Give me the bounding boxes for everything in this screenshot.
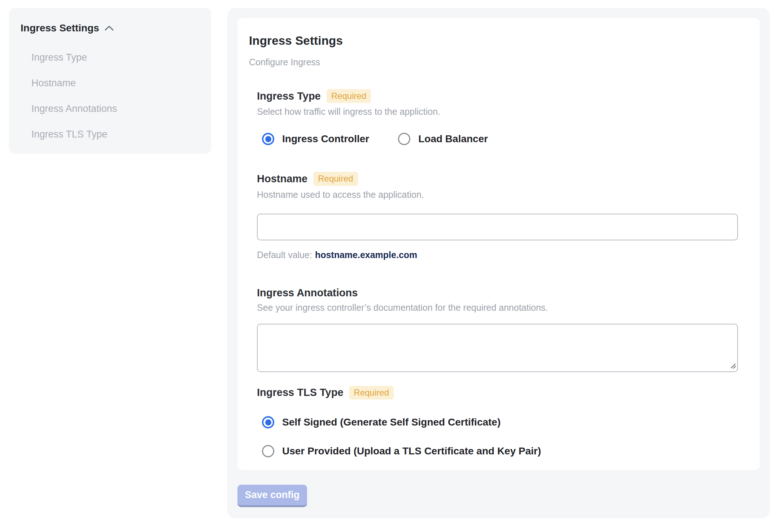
save-config-button[interactable]: Save config — [237, 485, 307, 507]
radio-label[interactable]: Self Signed (Generate Self Signed Certif… — [282, 417, 501, 428]
radio-selected-icon[interactable] — [262, 416, 274, 428]
hostname-label: Hostname — [257, 173, 307, 185]
ingress-tls-type-options: Self Signed (Generate Self Signed Certif… — [262, 416, 738, 457]
ingress-settings-card: Ingress Settings Configure Ingress Ingre… — [237, 18, 760, 470]
radio-option-user-provided[interactable]: User Provided (Upload a TLS Certificate … — [262, 445, 738, 457]
default-value: hostname.example.com — [315, 250, 417, 260]
ingress-annotations-label: Ingress Annotations — [257, 287, 358, 299]
radio-label[interactable]: User Provided (Upload a TLS Certificate … — [282, 445, 541, 457]
ingress-type-label: Ingress Type — [257, 90, 321, 102]
textarea-resize-handle[interactable] — [730, 362, 736, 370]
hostname-default-line: Default value:hostname.example.com — [257, 250, 738, 260]
hostname-input[interactable] — [257, 214, 738, 240]
sidebar-items: Ingress Type Hostname Ingress Annotation… — [21, 45, 200, 147]
required-badge: Required — [327, 89, 371, 103]
ingress-settings-panel: Ingress Settings Configure Ingress Ingre… — [227, 8, 770, 518]
default-value-label: Default value: — [257, 250, 312, 260]
radio-unselected-icon[interactable] — [262, 445, 274, 457]
radio-option-ingress-controller[interactable]: Ingress Controller — [262, 133, 369, 145]
section-ingress-type: Ingress Type Required Select how traffic… — [257, 89, 738, 145]
radio-selected-icon[interactable] — [262, 133, 274, 145]
sidebar-item-ingress-annotations[interactable]: Ingress Annotations — [21, 96, 200, 122]
ingress-annotations-textarea[interactable] — [257, 324, 738, 372]
sidebar-item-ingress-tls-type[interactable]: Ingress TLS Type — [21, 122, 200, 147]
section-hostname: Hostname Required Hostname used to acces… — [257, 172, 738, 260]
settings-nav-sidebar: Ingress Settings Ingress Type Hostname I… — [9, 8, 211, 154]
radio-unselected-icon[interactable] — [398, 133, 410, 145]
chevron-up-icon — [104, 25, 114, 32]
radio-label[interactable]: Ingress Controller — [282, 133, 369, 145]
sidebar-section-title: Ingress Settings — [21, 22, 99, 34]
required-badge: Required — [313, 172, 358, 186]
section-ingress-annotations: Ingress Annotations See your ingress con… — [257, 287, 738, 372]
required-badge: Required — [349, 386, 394, 400]
sidebar-item-ingress-type[interactable]: Ingress Type — [21, 45, 200, 70]
ingress-annotations-description: See your ingress controller’s documentat… — [257, 302, 738, 313]
section-ingress-tls-type: Ingress TLS Type Required Self Signed (G… — [257, 386, 738, 457]
sidebar-item-hostname[interactable]: Hostname — [21, 70, 200, 96]
ingress-type-options: Ingress Controller Load Balancer — [262, 133, 738, 145]
ingress-type-description: Select how traffic will ingress to the a… — [257, 106, 738, 117]
page-title: Ingress Settings — [249, 34, 738, 48]
radio-option-load-balancer[interactable]: Load Balancer — [398, 133, 488, 145]
ingress-tls-type-label: Ingress TLS Type — [257, 387, 344, 398]
sidebar-section-ingress-settings[interactable]: Ingress Settings — [21, 21, 200, 35]
form-sections: Ingress Type Required Select how traffic… — [257, 89, 738, 457]
radio-option-self-signed[interactable]: Self Signed (Generate Self Signed Certif… — [262, 416, 738, 428]
page-subtitle: Configure Ingress — [249, 57, 738, 67]
radio-label[interactable]: Load Balancer — [418, 133, 488, 145]
hostname-description: Hostname used to access the application. — [257, 189, 738, 200]
